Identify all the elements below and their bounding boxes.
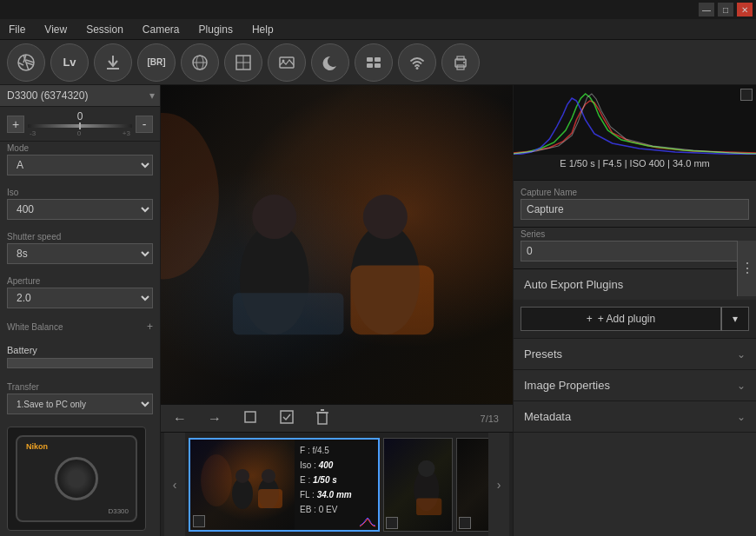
camera-name: D3300 (6374320) [0, 85, 144, 106]
camera-dropdown-icon[interactable]: ▾ [144, 89, 160, 102]
menu-camera[interactable]: Camera [139, 22, 183, 37]
wb-label: White Balance [7, 322, 63, 332]
title-bar: — □ ✕ [0, 0, 756, 19]
minimize-button[interactable]: — [699, 3, 714, 17]
gallery-tool-button[interactable] [268, 43, 306, 82]
thumbnail-3[interactable] [456, 438, 488, 532]
add-plugin-label: + Add plugin [598, 313, 655, 325]
close-button[interactable]: ✕ [737, 3, 753, 17]
menu-view[interactable]: View [41, 22, 70, 37]
plugin-dropdown-button[interactable]: ▾ [721, 307, 749, 331]
menu-plugins[interactable]: Plugins [196, 22, 236, 37]
title-bar-controls: — □ ✕ [699, 3, 753, 17]
shutter-select[interactable]: 8s1/501/100 [7, 243, 153, 264]
center-content: ← → 7/13 [161, 85, 513, 536]
series-section: Series [514, 228, 756, 269]
auto-export-header[interactable]: Auto Export Plugins ⌃ [514, 269, 756, 300]
photo-scene [161, 85, 513, 404]
focus-icon [235, 54, 252, 71]
focus-tool-button[interactable] [224, 43, 262, 82]
menu-file[interactable]: File [5, 22, 29, 37]
metadata-title: Metadata [524, 410, 571, 423]
filmstrip-prev-button[interactable]: ‹ [164, 433, 185, 536]
maximize-button[interactable]: □ [718, 3, 733, 17]
svg-rect-17 [367, 57, 373, 62]
mode-label: Mode [0, 142, 160, 153]
aperture-select[interactable]: 2.02.84.0 [7, 288, 153, 308]
svg-point-21 [416, 67, 419, 69]
lv-tool-button[interactable]: Lv [50, 43, 89, 82]
svg-line-2 [26, 60, 34, 63]
metadata-header[interactable]: Metadata ⌄ [514, 401, 756, 432]
histogram-info: E 1/50 s | F4.5 | ISO 400 | 34.0 mm [514, 155, 756, 172]
menu-bar: File View Session Camera Plugins Help [0, 19, 756, 40]
svg-point-42 [262, 469, 275, 483]
wifi-tool-button[interactable] [398, 43, 436, 82]
night-icon [322, 54, 339, 71]
download-tool-button[interactable] [94, 43, 132, 82]
selected-thumbnail[interactable]: F : f/4.5 Iso : 400 E : 1/50 s FL : 34.0… [189, 438, 380, 532]
thumb-container: F : f/4.5 Iso : 400 E : 1/50 s FL : 34.0… [185, 434, 488, 535]
histogram-svg [514, 85, 756, 155]
image-properties-section: Image Properties ⌄ [514, 370, 756, 401]
download-icon [104, 54, 122, 71]
svg-point-25 [463, 62, 465, 63]
filmstrip-controls: ← → 7/13 [161, 404, 513, 432]
tethering-tool-button[interactable] [181, 43, 219, 82]
thumb-selected-checkbox[interactable] [193, 515, 205, 527]
aperture-tool-button[interactable] [7, 43, 45, 82]
thumb-selected-image [190, 440, 295, 530]
crop-button[interactable] [237, 407, 263, 430]
thumbnail-2[interactable] [383, 438, 453, 532]
image-properties-header[interactable]: Image Properties ⌄ [514, 370, 756, 400]
ev-minus-button[interactable]: - [136, 116, 153, 133]
ev-plus-button[interactable]: + [7, 116, 24, 133]
slideshow-tool-button[interactable] [355, 43, 393, 82]
br-tool-button[interactable]: [BR] [137, 43, 176, 82]
thumb2-checkbox[interactable] [386, 517, 398, 529]
main-image-area[interactable] [161, 85, 513, 404]
wb-add-icon[interactable]: + [147, 321, 153, 333]
right-sidebar: E 1/50 s | F4.5 | ISO 400 | 34.0 mm Capt… [513, 85, 756, 536]
capture-name-label: Capture Name [521, 188, 749, 197]
presets-header[interactable]: Presets ⌄ [514, 339, 756, 369]
prev-button[interactable]: ← [168, 409, 192, 428]
add-plugin-plus-icon: + [587, 313, 593, 325]
series-input[interactable] [521, 241, 749, 261]
filmstrip-next-button[interactable]: › [488, 433, 509, 536]
menu-help[interactable]: Help [249, 22, 277, 37]
shutter-label: Shutter speed [0, 230, 160, 242]
print-tool-button[interactable] [441, 43, 480, 82]
add-plugin-button[interactable]: + + Add plugin [521, 307, 721, 331]
menu-session[interactable]: Session [83, 22, 127, 37]
battery-section: Battery [0, 341, 160, 372]
histogram-area: E 1/50 s | F4.5 | ISO 400 | 34.0 mm [514, 85, 756, 181]
scene-svg [161, 85, 513, 404]
transfer-select[interactable]: 1.Save to PC only [7, 394, 153, 414]
metadata-section: Metadata ⌄ [514, 401, 756, 433]
svg-point-46 [418, 460, 435, 477]
toolbar: Lv [BR] [0, 40, 756, 85]
vertical-more-button[interactable]: ⋮ [737, 241, 756, 296]
histogram-checkbox[interactable] [740, 89, 753, 101]
svg-rect-18 [375, 57, 381, 62]
next-button[interactable]: → [202, 409, 227, 428]
print-icon [452, 54, 469, 71]
tethering-icon [191, 54, 209, 71]
thumb3-checkbox[interactable] [459, 517, 471, 529]
svg-point-16 [282, 59, 285, 62]
svg-rect-47 [416, 498, 441, 515]
filmstrip-count: 7/13 [481, 414, 499, 424]
check-icon [279, 409, 295, 425]
camera-brand: Nikon [26, 442, 48, 451]
night-tool-button[interactable] [311, 43, 349, 82]
delete-button[interactable] [310, 407, 335, 430]
iso-select[interactable]: 400100200800 [7, 199, 153, 220]
svg-point-28 [252, 195, 296, 239]
iso-section: Iso 400100200800 [0, 186, 160, 223]
camera-lens [55, 457, 98, 500]
capture-name-input[interactable] [521, 199, 749, 220]
check-button[interactable] [274, 407, 300, 430]
mode-select[interactable]: AMSP [7, 155, 153, 175]
metadata-chevron-icon: ⌄ [737, 411, 746, 423]
